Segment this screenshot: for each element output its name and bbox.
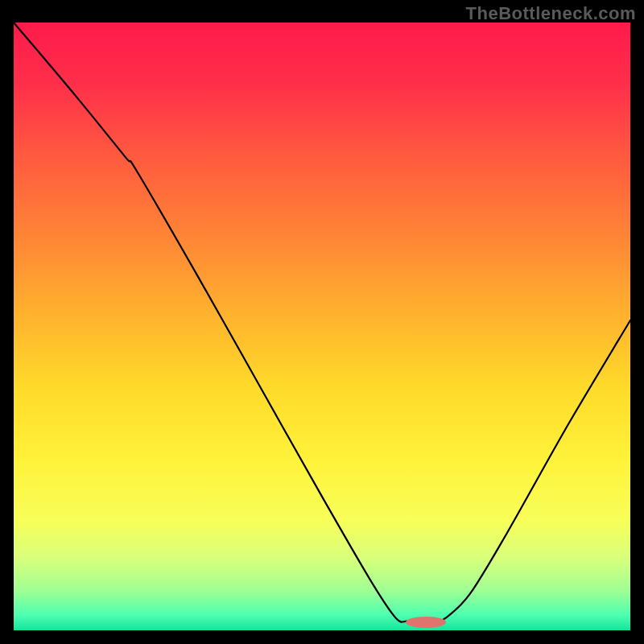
plot-area [14,23,630,630]
chart-frame: TheBottleneck.com [0,0,644,644]
gradient-background [14,23,630,630]
optimum-marker [406,617,446,628]
plot-svg [14,23,630,630]
watermark-text: TheBottleneck.com [466,3,636,24]
